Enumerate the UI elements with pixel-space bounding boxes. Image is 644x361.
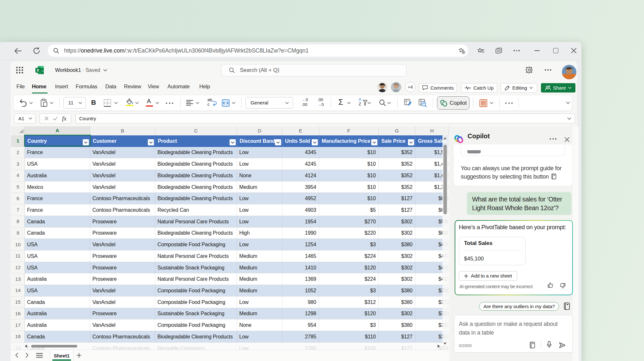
svg-text:X: X [37,68,39,72]
